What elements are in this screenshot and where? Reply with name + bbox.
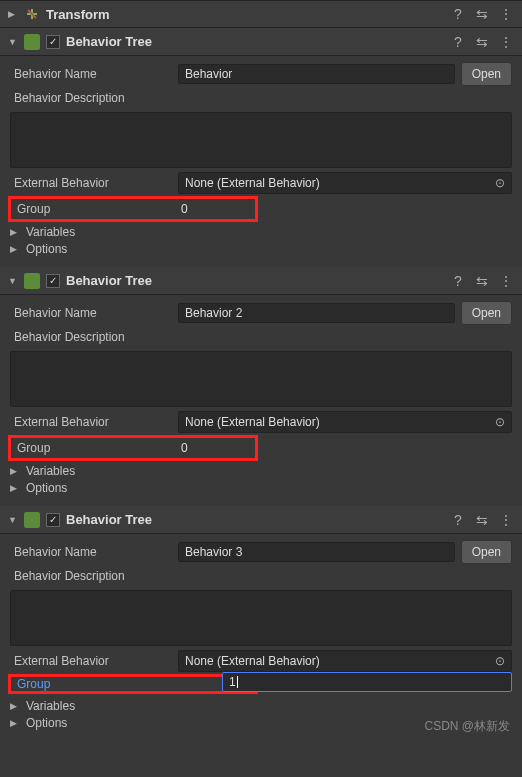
group-value: 1 [229, 675, 236, 689]
help-icon[interactable]: ? [450, 34, 466, 50]
enable-checkbox[interactable]: ✓ [46, 35, 60, 49]
behavior-desc-input[interactable] [10, 112, 512, 168]
menu-icon[interactable]: ⋮ [498, 6, 514, 22]
preset-icon[interactable]: ⇆ [474, 273, 490, 289]
component-title: Behavior Tree [66, 512, 450, 527]
group-label: Group [11, 441, 175, 455]
group-highlight: Group 0 [8, 435, 258, 461]
enable-checkbox[interactable]: ✓ [46, 274, 60, 288]
menu-icon[interactable]: ⋮ [498, 512, 514, 528]
group-input-active[interactable]: 1 [222, 672, 512, 692]
transform-title: Transform [46, 7, 450, 22]
options-label: Options [26, 242, 67, 256]
preset-icon[interactable]: ⇆ [474, 6, 490, 22]
transform-header: ▶ Transform ? ⇆ ⋮ [0, 0, 522, 28]
behavior-desc-label: Behavior Description [10, 330, 178, 344]
component-title: Behavior Tree [66, 34, 450, 49]
variables-foldout[interactable]: ▶ Variables [10, 225, 512, 239]
behavior-name-label: Behavior Name [10, 306, 178, 320]
options-foldout[interactable]: ▶ Options [10, 481, 512, 495]
component-title: Behavior Tree [66, 273, 450, 288]
group-highlight: Group 0 [8, 196, 258, 222]
expand-arrow-icon[interactable]: ▼ [8, 515, 20, 525]
ext-behavior-field[interactable]: None (External Behavior) ⊙ [178, 172, 512, 194]
bt-icon [24, 273, 40, 289]
open-button[interactable]: Open [461, 62, 512, 86]
options-label: Options [26, 481, 67, 495]
chevron-right-icon: ▶ [10, 466, 22, 476]
bt-header-1: ▼ ✓ Behavior Tree ? ⇆ ⋮ [0, 28, 522, 56]
object-picker-icon[interactable]: ⊙ [495, 654, 505, 668]
ext-behavior-field[interactable]: None (External Behavior) ⊙ [178, 650, 512, 672]
chevron-right-icon: ▶ [10, 227, 22, 237]
bt-icon [24, 34, 40, 50]
expand-arrow-icon[interactable]: ▶ [8, 9, 20, 19]
ext-behavior-value: None (External Behavior) [185, 415, 320, 429]
chevron-right-icon: ▶ [10, 483, 22, 493]
behavior-desc-label: Behavior Description [10, 91, 178, 105]
ext-behavior-label: External Behavior [10, 176, 178, 190]
group-label: Group [11, 677, 175, 691]
preset-icon[interactable]: ⇆ [474, 34, 490, 50]
behavior-name-input[interactable] [178, 542, 455, 562]
behavior-name-label: Behavior Name [10, 545, 178, 559]
bt-header-3: ▼ ✓ Behavior Tree ? ⇆ ⋮ [0, 506, 522, 534]
behavior-name-input[interactable] [178, 64, 455, 84]
open-button[interactable]: Open [461, 301, 512, 325]
bt-header-2: ▼ ✓ Behavior Tree ? ⇆ ⋮ [0, 267, 522, 295]
group-highlight: Group [8, 674, 258, 694]
chevron-right-icon: ▶ [10, 701, 22, 711]
group-input[interactable]: 0 [175, 438, 255, 458]
chevron-right-icon: ▶ [10, 244, 22, 254]
group-input[interactable]: 0 [175, 199, 255, 219]
variables-foldout[interactable]: ▶ Variables [10, 699, 512, 713]
ext-behavior-value: None (External Behavior) [185, 176, 320, 190]
ext-behavior-label: External Behavior [10, 654, 178, 668]
options-label: Options [26, 716, 67, 730]
text-caret [237, 676, 238, 688]
open-button[interactable]: Open [461, 540, 512, 564]
object-picker-icon[interactable]: ⊙ [495, 415, 505, 429]
bt-body-1: Behavior Name Open Behavior Description … [0, 56, 522, 267]
object-picker-icon[interactable]: ⊙ [495, 176, 505, 190]
variables-foldout[interactable]: ▶ Variables [10, 464, 512, 478]
help-icon[interactable]: ? [450, 512, 466, 528]
group-active-wrapper: 1 [260, 672, 512, 692]
transform-icon [24, 6, 40, 22]
ext-behavior-field[interactable]: None (External Behavior) ⊙ [178, 411, 512, 433]
menu-icon[interactable]: ⋮ [498, 273, 514, 289]
watermark: CSDN @林新发 [424, 718, 510, 735]
behavior-name-label: Behavior Name [10, 67, 178, 81]
behavior-desc-input[interactable] [10, 351, 512, 407]
behavior-desc-label: Behavior Description [10, 569, 178, 583]
chevron-right-icon: ▶ [10, 718, 22, 728]
variables-label: Variables [26, 699, 75, 713]
preset-icon[interactable]: ⇆ [474, 512, 490, 528]
expand-arrow-icon[interactable]: ▼ [8, 37, 20, 47]
variables-label: Variables [26, 225, 75, 239]
ext-behavior-label: External Behavior [10, 415, 178, 429]
variables-label: Variables [26, 464, 75, 478]
help-icon[interactable]: ? [450, 6, 466, 22]
options-foldout[interactable]: ▶ Options [10, 242, 512, 256]
group-label: Group [11, 202, 175, 216]
bt-body-3: Behavior Name Open Behavior Description … [0, 534, 522, 741]
behavior-desc-input[interactable] [10, 590, 512, 646]
behavior-name-input[interactable] [178, 303, 455, 323]
ext-behavior-value: None (External Behavior) [185, 654, 320, 668]
expand-arrow-icon[interactable]: ▼ [8, 276, 20, 286]
bt-body-2: Behavior Name Open Behavior Description … [0, 295, 522, 506]
help-icon[interactable]: ? [450, 273, 466, 289]
enable-checkbox[interactable]: ✓ [46, 513, 60, 527]
menu-icon[interactable]: ⋮ [498, 34, 514, 50]
bt-icon [24, 512, 40, 528]
